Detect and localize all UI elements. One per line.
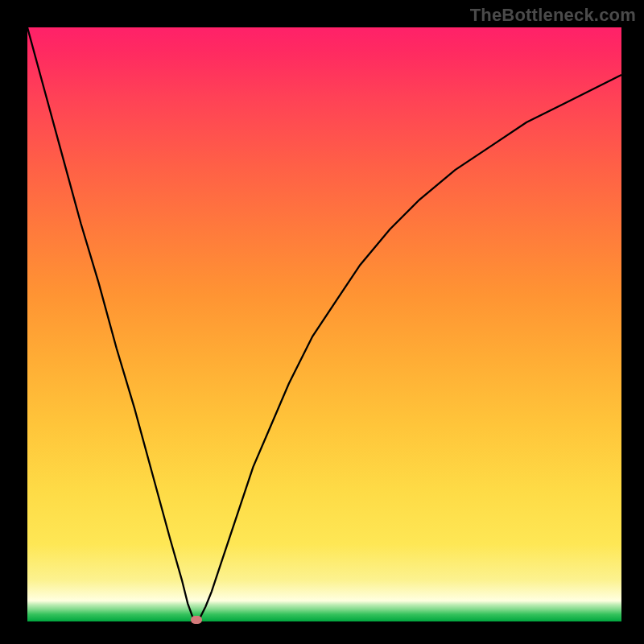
bottleneck-curve: [27, 27, 621, 620]
plot-area: [27, 27, 621, 621]
watermark-text: TheBottleneck.com: [470, 5, 636, 26]
chart-container: TheBottleneck.com: [0, 0, 644, 644]
curve-svg: [27, 27, 621, 621]
minimum-marker: [191, 616, 202, 624]
